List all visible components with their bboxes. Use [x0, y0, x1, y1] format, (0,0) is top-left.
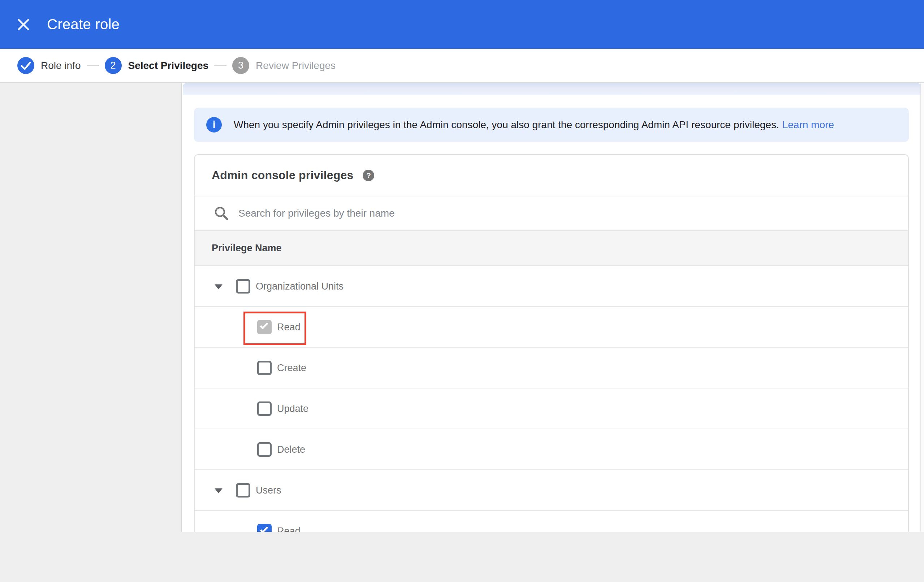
checkbox-create[interactable] [257, 361, 272, 375]
table-header-row: Privilege Name [195, 230, 908, 266]
question-mark-icon[interactable]: ? [363, 170, 374, 181]
privilege-row-read: Read [195, 307, 908, 348]
checkmark-icon [17, 57, 34, 74]
checkbox-read[interactable] [257, 320, 272, 334]
privilege-row-users: Users [195, 470, 908, 511]
info-banner: i When you specify Admin privileges in t… [194, 107, 909, 142]
step-role-info[interactable]: Role info [17, 57, 81, 74]
scrolled-content-edge [183, 83, 921, 95]
privilege-label: Read [277, 525, 300, 532]
action-bar [0, 532, 924, 582]
privilege-row-update: Update [195, 389, 908, 429]
page-title: Create role [47, 16, 120, 33]
column-header-privilege-name: Privilege Name [212, 242, 282, 254]
checkbox-users[interactable] [236, 483, 250, 498]
stepper: Role info 2 Select Privileges 3 Review P… [0, 49, 924, 83]
checkmark-icon [260, 524, 268, 532]
step-label: Select Privileges [128, 60, 209, 71]
close-icon[interactable] [17, 18, 30, 31]
privilege-row-read: Read [195, 511, 908, 532]
step-number-badge: 2 [105, 57, 122, 74]
checkbox-update[interactable] [257, 401, 272, 416]
step-connector [214, 65, 226, 66]
privilege-label: Users [256, 485, 281, 496]
left-rail [0, 83, 182, 582]
info-icon: i [206, 117, 222, 132]
step-connector [87, 65, 99, 66]
privilege-row-create: Create [195, 348, 908, 389]
privilege-label: Organizational Units [256, 280, 343, 292]
privilege-row-delete: Delete [195, 429, 908, 470]
main-content: i When you specify Admin privileges in t… [182, 83, 924, 532]
info-banner-text: When you specify Admin privileges in the… [234, 119, 834, 131]
step-review-privileges[interactable]: 3 Review Privileges [232, 57, 336, 74]
checkbox-organizational-units[interactable] [236, 279, 250, 293]
privilege-tree: Organizational UnitsReadCreateUpdateDele… [195, 266, 908, 532]
card-title: Admin console privileges [212, 168, 353, 182]
privilege-label: Delete [277, 444, 305, 455]
expand-arrow-icon[interactable] [214, 488, 223, 493]
checkbox-read[interactable] [257, 524, 272, 532]
privilege-label: Update [277, 403, 309, 414]
step-label: Role info [41, 60, 81, 71]
search-icon [214, 206, 229, 221]
checkbox-delete[interactable] [257, 442, 272, 457]
dialog-header: Create role [0, 0, 924, 49]
privilege-label: Read [277, 322, 300, 333]
step-number-badge: 3 [232, 57, 249, 74]
checkmark-icon [260, 321, 268, 329]
privilege-label: Create [277, 362, 306, 373]
card-header: Admin console privileges ? [195, 155, 908, 196]
expand-arrow-icon[interactable] [214, 284, 223, 289]
admin-privileges-card: Admin console privileges ? Privilege Nam… [194, 154, 909, 532]
privilege-row-organizational-units: Organizational Units [195, 266, 908, 307]
privilege-search-row [195, 196, 908, 230]
step-select-privileges[interactable]: 2 Select Privileges [105, 57, 209, 74]
learn-more-link[interactable]: Learn more [782, 119, 834, 130]
vertical-scrollbar[interactable] [921, 83, 924, 532]
step-label: Review Privileges [256, 60, 336, 71]
search-input[interactable] [238, 208, 908, 219]
